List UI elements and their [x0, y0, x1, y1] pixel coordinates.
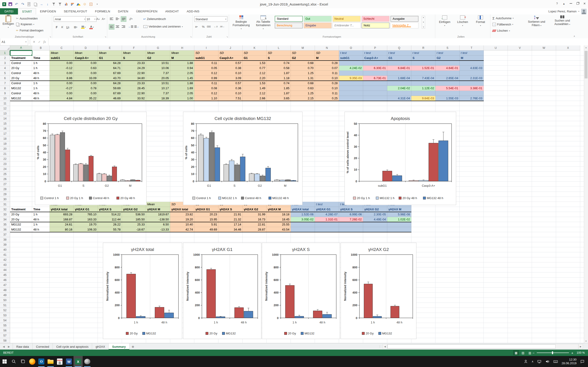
cell-G34[interactable]: -138.50 [146, 217, 170, 222]
vertical-scroll-thumb[interactable] [585, 51, 588, 78]
column-header-A[interactable]: A [10, 45, 32, 50]
filter-icon[interactable] [52, 2, 56, 6]
column-header-D[interactable]: D [74, 45, 98, 50]
column-header-C[interactable]: C [50, 45, 74, 50]
ribbon-tab-datei[interactable]: DATEI [0, 8, 18, 15]
cell-B9[interactable]: 48 h [32, 91, 50, 96]
cell-S2[interactable]: G2 [435, 56, 460, 60]
cell-E5[interactable]: 67.69 [98, 71, 122, 76]
collapse-ribbon-icon[interactable]: ∧ [573, 35, 575, 37]
cell-H34[interactable]: 19.20 [170, 217, 194, 222]
style-notiz[interactable]: Notiz [362, 23, 389, 28]
cell-I7[interactable]: 0.11 [194, 81, 218, 86]
network-icon[interactable] [537, 359, 542, 364]
cell-E32[interactable]: γH2AX S [98, 207, 122, 212]
cell-A7[interactable]: Control [10, 81, 32, 86]
tray-expand-icon[interactable]: ∧ [531, 360, 534, 363]
cell-Q9[interactable] [387, 91, 411, 96]
cell-L9[interactable]: 1.87 [267, 91, 291, 96]
ribbon-tab-daten[interactable]: DATEN [114, 8, 132, 15]
align-right-icon[interactable] [121, 24, 126, 29]
row-header-41[interactable]: 41 [0, 252, 10, 257]
cell-T3[interactable] [460, 60, 484, 66]
cell-H5[interactable]: 2.05 [170, 71, 194, 76]
column-header-N[interactable]: N [315, 45, 339, 50]
cell-H35[interactable]: 10.40 [170, 222, 194, 227]
ribbon-tab-formeln[interactable]: FORMELN [91, 8, 114, 15]
cell-G32[interactable]: γH2AX M [146, 207, 170, 212]
cell-P3[interactable] [363, 60, 387, 66]
cell-J10[interactable]: 7.51 [218, 96, 242, 101]
underline-button[interactable]: U▾ [65, 25, 70, 30]
cell-I5[interactable]: 0.12 [194, 71, 218, 76]
cell-B4[interactable]: 1 h [32, 66, 50, 71]
cell-L36[interactable]: 43.54 [267, 227, 291, 232]
scroll-down-icon[interactable]: ▼ [584, 339, 588, 343]
cell-J34[interactable]: 21.32 [218, 217, 242, 222]
row-header-40[interactable]: 40 [0, 247, 10, 252]
font-color-icon[interactable]: A▾ [89, 25, 94, 30]
cell-E4[interactable]: 64.71 [98, 66, 122, 71]
style-verkn-pfte-z-[interactable]: Verknüpfte Z... [390, 23, 418, 28]
cell-A2[interactable]: Treatment [10, 56, 32, 60]
cell-K34[interactable]: 16.73 [242, 217, 267, 222]
cell-G1[interactable]: Mean [146, 50, 170, 56]
cell-K3[interactable]: 1.53 [242, 60, 267, 66]
cell-K35[interactable]: 22.81 [242, 222, 267, 227]
cell-J2[interactable]: Casp3-A+ [218, 56, 242, 60]
font-family-select[interactable]: Arial▾ [54, 16, 86, 22]
cell-G9[interactable]: 7.37 [146, 91, 170, 96]
cell-J9[interactable]: 0.10 [218, 91, 242, 96]
cell-O3[interactable] [339, 60, 363, 66]
cell-D32[interactable]: γH2AX G1 [74, 207, 98, 212]
cell-Q35[interactable] [387, 222, 411, 227]
row-header-4[interactable]: 4 [0, 66, 10, 71]
format-as-table-button[interactable]: ✎ Als Tabelle formatieren▾ [253, 15, 274, 31]
cell-B5[interactable]: 48 h [32, 71, 50, 76]
row-header-24[interactable]: 24 [0, 167, 10, 172]
column-header-S[interactable]: S [435, 45, 460, 50]
cell-S6[interactable]: 2.65E-04 [435, 76, 460, 81]
decrease-indent-icon[interactable]: ← [128, 24, 133, 29]
row-header-5[interactable]: 5 [0, 71, 10, 76]
row-header-25[interactable]: 25 [0, 172, 10, 177]
cell-N33[interactable]: 4.26E-07 [315, 212, 339, 217]
sheet-tab-corrected[interactable]: Corrected [33, 343, 53, 350]
cell-P1[interactable]: t test [363, 50, 387, 56]
cell-J36[interactable]: 34.46 [218, 227, 242, 232]
cell-Q5[interactable] [387, 71, 411, 76]
copy-button[interactable]: Kopieren▾ [16, 23, 34, 26]
taskbar-icon-search[interactable] [9, 356, 18, 367]
row-header-11[interactable]: 11 [0, 101, 10, 106]
cell-C1[interactable]: Mean [50, 50, 74, 56]
cell-K10[interactable]: 2.66 [242, 96, 267, 101]
row-header-14[interactable]: 14 [0, 116, 10, 121]
cell-M32[interactable]: γH2AX total [291, 207, 315, 212]
clear-button[interactable]: Löschen▾ [493, 29, 510, 32]
cell-N8[interactable]: 0.10 [315, 86, 339, 91]
format-cells-button[interactable]: Format▾ [472, 15, 489, 27]
sheet-tab-summary[interactable]: Summary [109, 343, 129, 350]
cell-A36[interactable]: MG132 [10, 227, 32, 232]
cell-E7[interactable]: 64.28 [98, 81, 122, 86]
cell-J35[interactable]: 17.14 [218, 222, 242, 227]
cell-K4[interactable]: 0.77 [242, 66, 267, 71]
number-format-select[interactable]: Standard▾ [194, 16, 227, 22]
cell-A33[interactable]: 20 Gy [10, 212, 32, 217]
cell-K8[interactable]: 1.49 [242, 86, 267, 91]
cell-O10[interactable] [339, 96, 363, 101]
cell-G33[interactable]: 1819.67 [146, 212, 170, 217]
cell-K36[interactable]: 28.87 [242, 227, 267, 232]
cell-L35[interactable]: 25.55 [267, 222, 291, 227]
cell-C35[interactable]: 24.61 [50, 222, 74, 227]
insert-cells-button[interactable]: ← Einfügen▾ [436, 15, 453, 27]
align-top-icon[interactable] [109, 16, 114, 21]
cell-G36[interactable]: -13.33 [146, 227, 170, 232]
cell-P10[interactable] [363, 96, 387, 101]
horizontal-scroll-thumb[interactable] [388, 344, 556, 348]
row-header-8[interactable]: 8 [0, 86, 10, 91]
cell-D6[interactable]: 33.09 [74, 76, 98, 81]
row-header-28[interactable]: 28 [0, 187, 10, 192]
column-header-M[interactable]: M [291, 45, 315, 50]
copy-picture-icon[interactable] [33, 2, 37, 6]
